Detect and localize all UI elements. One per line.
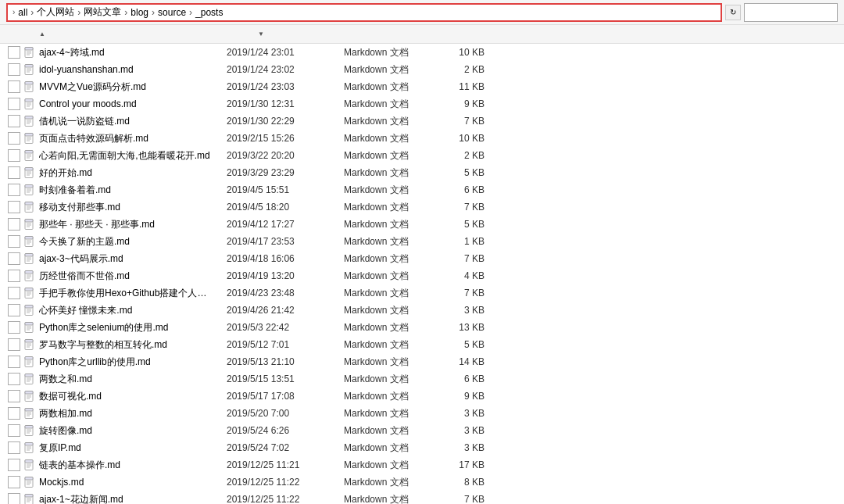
file-row[interactable]: 页面点击特效源码解析.md 2019/2/15 15:26 Markdown 文… [0,130,844,147]
file-checkbox[interactable] [8,356,20,368]
file-checkbox[interactable] [8,184,20,196]
file-date: 2019/1/30 22:29 [227,116,344,127]
file-row[interactable]: 两数之和.md 2019/5/15 13:51 Markdown 文档 6 KB [0,370,844,388]
file-checkbox[interactable] [8,63,20,76]
file-checkbox[interactable] [8,459,20,471]
file-row[interactable]: Control your moods.md 2019/1/30 12:31 Ma… [0,95,844,113]
path-articles[interactable]: 网站文章 [84,5,121,19]
path-blog[interactable]: blog [131,7,148,18]
file-checkbox[interactable] [8,287,20,299]
file-name: 借机说一说防盗链.md [39,115,227,128]
file-checkbox[interactable] [8,166,20,179]
file-checkbox[interactable] [8,304,20,316]
file-checkbox[interactable] [8,149,20,162]
svg-rect-131 [25,495,33,498]
file-row[interactable]: 那些年 · 那些天 · 那些事.md 2019/4/12 17:27 Markd… [0,216,844,233]
search-box[interactable] [744,3,838,22]
file-row[interactable]: Python库之selenium的使用.md 2019/5/3 22:42 Ma… [0,319,844,336]
svg-rect-81 [25,323,33,326]
file-checkbox[interactable] [8,46,20,59]
file-date: 2019/5/24 6:26 [227,425,344,436]
path-sep-4: › [152,7,155,18]
svg-rect-21 [25,116,33,120]
file-name: 数据可视化.md [39,390,227,403]
file-row[interactable]: 两数相加.md 2019/5/20 7:00 Markdown 文档 3 KB [0,405,844,422]
file-row[interactable]: 旋转图像.md 2019/5/24 6:26 Markdown 文档 3 KB [0,422,844,439]
file-checkbox[interactable] [8,201,20,213]
file-type: Markdown 文档 [344,252,438,266]
file-row[interactable]: 复原IP.md 2019/5/24 7:02 Markdown 文档 3 KB [0,439,844,456]
file-type: Markdown 文档 [344,476,438,489]
file-checkbox[interactable] [8,321,20,334]
file-row[interactable]: Mockjs.md 2019/12/25 11:22 Markdown 文档 8… [0,474,844,491]
file-row[interactable]: 数据可视化.md 2019/5/17 17:08 Markdown 文档 9 K… [0,388,844,405]
file-checkbox[interactable] [8,218,20,231]
path-posts[interactable]: _posts [195,7,223,18]
file-checkbox[interactable] [8,390,20,402]
file-row[interactable]: 移动支付那些事.md 2019/4/5 18:20 Markdown 文档 7 … [0,198,844,216]
file-row[interactable]: ajax-3~代码展示.md 2019/4/18 16:06 Markdown … [0,250,844,267]
file-row[interactable]: 历经世俗而不世俗.md 2019/4/19 13:20 Markdown 文档 … [0,267,844,284]
file-checkbox[interactable] [8,252,20,265]
file-name: 页面点击特效源码解析.md [39,132,227,145]
file-checkbox[interactable] [8,373,20,385]
file-checkbox[interactable] [8,476,20,488]
col-header-date[interactable]: ▼ [256,30,374,38]
file-row[interactable]: 借机说一说防盗链.md 2019/1/30 22:29 Markdown 文档 … [0,113,844,130]
file-date: 2019/12/25 11:22 [227,494,344,504]
file-type: Markdown 文档 [344,115,438,128]
file-checkbox[interactable] [8,270,20,282]
address-bar-path[interactable]: › all › 个人网站 › 网站文章 › blog › source › _p… [6,3,722,22]
file-row[interactable]: 罗马数字与整数的相互转化.md 2019/5/12 7:01 Markdown … [0,336,844,353]
file-checkbox[interactable] [8,98,20,110]
col-header-name[interactable]: ▲ [38,30,256,38]
file-icon [23,441,36,454]
file-size: 10 KB [438,47,500,58]
file-checkbox[interactable] [8,493,20,504]
file-type: Markdown 文档 [344,459,438,472]
file-icon [23,321,36,334]
sort-arrow-date: ▼ [258,30,264,38]
file-row[interactable]: 好的开始.md 2019/3/29 23:29 Markdown 文档 5 KB [0,164,844,181]
file-icon [23,201,36,213]
file-row[interactable]: ajax-1~花边新闻.md 2019/12/25 11:22 Markdown… [0,491,844,504]
file-checkbox[interactable] [8,407,20,420]
file-row[interactable]: 链表的基本操作.md 2019/12/25 11:21 Markdown 文档 … [0,456,844,474]
file-row[interactable]: ajax-4~跨域.md 2019/1/24 23:01 Markdown 文档… [0,44,844,61]
file-name: Python库之urllib的使用.md [39,356,227,369]
file-icon [23,252,36,265]
path-personal-site[interactable]: 个人网站 [37,5,74,19]
svg-rect-91 [25,357,33,360]
file-size: 5 KB [438,339,500,350]
file-row[interactable]: 心怀美好 憧憬未来.md 2019/4/26 21:42 Markdown 文档… [0,302,844,319]
file-row[interactable]: 手把手教你使用Hexo+Github搭建个人… 2019/4/23 23:48 … [0,284,844,302]
file-size: 3 KB [438,425,500,436]
file-row[interactable]: Python库之urllib的使用.md 2019/5/13 21:10 Mar… [0,353,844,370]
file-row[interactable]: 时刻准备着着.md 2019/4/5 15:51 Markdown 文档 6 K… [0,181,844,198]
file-checkbox[interactable] [8,235,20,248]
file-date: 2019/3/22 20:20 [227,150,344,161]
file-checkbox[interactable] [8,80,20,93]
file-checkbox[interactable] [8,132,20,145]
path-all[interactable]: all [18,7,27,18]
file-name: 今天换了新的主题.md [39,235,227,248]
file-row[interactable]: 心若向阳,无需面朝大海,也能看暖花开.md 2019/3/22 20:20 Ma… [0,147,844,164]
file-icon [23,356,36,368]
file-type: Markdown 文档 [344,441,438,455]
refresh-button[interactable]: ↻ [725,5,741,20]
file-row[interactable]: idol-yuanshanshan.md 2019/1/24 23:02 Mar… [0,61,844,78]
file-row[interactable]: 今天换了新的主题.md 2019/4/17 23:53 Markdown 文档 … [0,233,844,250]
file-icon [23,338,36,351]
file-date: 2019/4/18 16:06 [227,253,344,264]
file-checkbox[interactable] [8,338,20,351]
file-name: 两数相加.md [39,407,227,420]
file-checkbox[interactable] [8,441,20,454]
file-row[interactable]: MVVM之Vue源码分析.md 2019/1/24 23:03 Markdown… [0,78,844,95]
file-icon [23,132,36,145]
file-checkbox[interactable] [8,115,20,127]
file-type: Markdown 文档 [344,235,438,248]
file-checkbox[interactable] [8,424,20,437]
file-date: 2019/4/5 15:51 [227,184,344,195]
file-date: 2019/1/24 23:01 [227,47,344,58]
path-source[interactable]: source [158,7,186,18]
